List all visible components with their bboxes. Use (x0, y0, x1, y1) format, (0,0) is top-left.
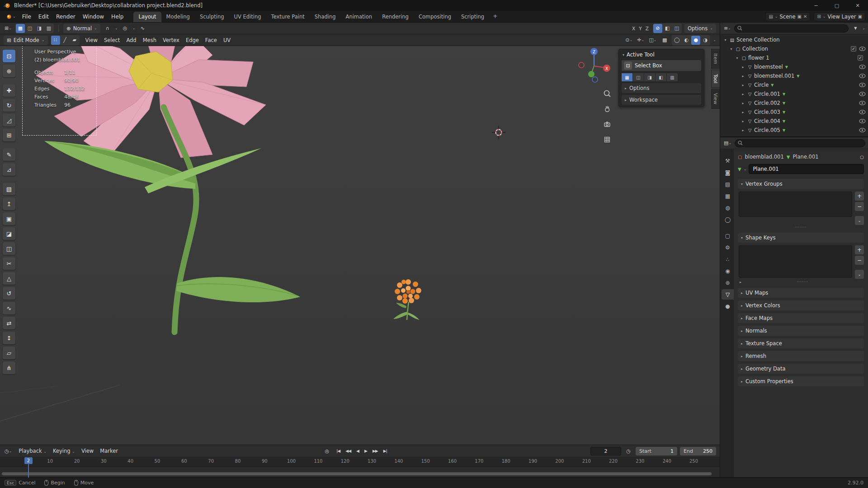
unlink-scene-icon[interactable]: ✕ (803, 14, 807, 19)
playback-button[interactable]: ▶| (381, 448, 389, 454)
remove-vertex-group-button[interactable]: − (855, 202, 864, 211)
tool-panel-section-header[interactable]: ▸ Workspace (622, 95, 701, 105)
outliner-row[interactable]: ▸ ▽ bloemsteel.001 ▼ ✓ (720, 71, 868, 80)
eye-icon[interactable] (859, 101, 866, 105)
timeline-menu-item[interactable]: Keying ⌄ (50, 447, 78, 455)
tool-button[interactable]: ▱ (3, 347, 15, 359)
select-box-mode-button[interactable]: ▦ (622, 73, 632, 81)
checkbox-icon[interactable]: ✓ (858, 55, 863, 61)
expand-icon[interactable]: ▸ (740, 65, 746, 69)
collapsed-panel-header[interactable]: ▸ Custom Properties (738, 376, 864, 386)
add-shape-key-button[interactable]: + (855, 245, 864, 254)
maximize-button[interactable]: ▢ (826, 0, 847, 11)
proportional-editing-toggle[interactable]: ◎ (121, 24, 130, 33)
xray-toggle[interactable]: ▩ (660, 36, 669, 45)
properties-tab[interactable]: ◉ (722, 266, 734, 276)
shape-key-specials-button[interactable]: ⌄ (855, 270, 864, 279)
playback-button[interactable]: |◀ (334, 448, 342, 454)
outliner-search[interactable] (734, 24, 849, 33)
properties-tab[interactable]: ⚙ (722, 242, 734, 253)
shading-mode-button[interactable]: ● (691, 36, 700, 45)
shading-dropdown[interactable]: ⌄ (713, 38, 716, 42)
tool-button[interactable]: ⇄ (3, 317, 15, 329)
workspace-tab[interactable]: Layout (133, 12, 161, 22)
tool-button[interactable]: ◪ (3, 227, 15, 240)
eye-icon[interactable] (859, 110, 866, 114)
visibility-dropdown[interactable]: ⊙⌄ (624, 36, 633, 45)
panel-grip[interactable]: ┄┄┄┄┄ (738, 225, 864, 230)
checkbox-icon[interactable]: ✓ (851, 46, 856, 52)
playback-button[interactable]: ▶ (362, 448, 369, 454)
collapsed-panel-header[interactable]: ▸ Face Maps (738, 313, 864, 323)
tool-button[interactable]: ⊞ (3, 129, 15, 141)
snap-option-toggle[interactable]: ⊘ (653, 24, 662, 33)
breadcrumb-data[interactable]: Plane.001 (793, 154, 818, 160)
3d-viewport[interactable]: User Perspective (2) bloemblad.001 Objec… (0, 46, 720, 445)
properties-search[interactable] (735, 139, 865, 147)
outliner-row[interactable]: ▾ ▤ Scene Collection ▼ ✓ (720, 35, 868, 44)
snap-option-toggle[interactable]: ◫ (672, 24, 681, 33)
use-preview-range-button[interactable]: ◷ (624, 446, 633, 455)
properties-tab[interactable]: ◯ (722, 214, 734, 225)
select-box-mode-button[interactable]: ◧ (656, 73, 666, 81)
expand-icon[interactable]: ▸ (740, 110, 746, 114)
select-mode-toggle[interactable]: ▦ (16, 24, 25, 33)
properties-tab[interactable]: ▤ (722, 179, 734, 189)
filter-icon[interactable]: ▼ (851, 24, 860, 33)
menu-item[interactable]: Window (79, 13, 108, 21)
shading-mode-button[interactable]: ◯ (672, 36, 681, 45)
breadcrumb-object[interactable]: bloemblad.001 (745, 154, 783, 160)
outliner-row[interactable]: ▸ ▽ Circle.005 ▼ ✓ (720, 126, 868, 135)
tool-button[interactable]: ✂ (3, 257, 15, 270)
expand-icon[interactable]: ▸ (740, 101, 746, 105)
properties-tab[interactable]: ▽ (722, 289, 734, 300)
snap-dropdown[interactable]: ⌄ (115, 26, 118, 30)
tool-button[interactable]: ∿ (3, 302, 15, 314)
viewport-menu-item[interactable]: Mesh (140, 36, 160, 44)
frame-end-field[interactable]: End 250 (680, 447, 716, 455)
zoom-button[interactable] (601, 88, 613, 99)
add-workspace-button[interactable]: + (489, 11, 501, 22)
gizmos-dropdown[interactable]: ✛⌄ (636, 36, 645, 45)
expand-icon[interactable]: ▾ (728, 47, 735, 51)
properties-tab[interactable]: ⊛ (722, 277, 734, 288)
expand-icon[interactable]: ▸ (740, 92, 746, 96)
collapsed-panel-header[interactable]: ▸ Texture Space (738, 338, 864, 348)
outliner-search-input[interactable] (744, 25, 845, 31)
remove-shape-key-button[interactable]: − (855, 256, 864, 265)
mirror-axis-toggle[interactable]: Z (644, 25, 650, 32)
pan-hand-button[interactable] (601, 103, 613, 115)
eye-icon[interactable] (859, 128, 866, 132)
properties-editor-type-button[interactable]: ▤ ⌄ (723, 139, 732, 148)
new-view-layer-icon[interactable]: ▣ (858, 14, 862, 19)
close-button[interactable]: ✕ (847, 0, 868, 11)
playback-button[interactable]: ▶▶ (370, 448, 380, 454)
timeline-menu-item[interactable]: Marker ⌄ (97, 447, 121, 455)
viewport-menu-item[interactable]: Vertex (160, 36, 183, 44)
select-mode-toggle[interactable]: ◫ (25, 24, 34, 33)
expand-icon[interactable]: ▸ (740, 83, 746, 87)
tool-button[interactable]: ↻ (3, 99, 15, 112)
outliner-row[interactable]: ▸ ▽ Circle.004 ▼ ✓ (720, 117, 868, 126)
filter-dropdown[interactable]: ⌄ (862, 26, 865, 30)
tool-button[interactable]: ↥ (3, 197, 15, 210)
collapsed-panel-header[interactable]: ▸ Remesh (738, 351, 864, 361)
outliner-row[interactable]: ▸ ▽ Circle ▼ ✓ (720, 80, 868, 89)
shape-keys-header[interactable]: ▾ Shape Keys (738, 233, 864, 243)
timeline-editor-type-button[interactable]: ◷ ⌄ (4, 446, 13, 455)
timeline-track-area[interactable]: 1020304050607080901001101201301401501601… (0, 457, 720, 477)
collapsed-panel-header[interactable]: ▸ Vertex Colors (738, 300, 864, 310)
viewport-menu-item[interactable]: Edge (183, 36, 202, 44)
editor-type-button[interactable]: ⊞ ⌄ (4, 24, 13, 33)
panel-grip[interactable]: ┄┄┄┄┄ (741, 280, 864, 284)
workspace-tab[interactable]: Shading (310, 12, 341, 22)
mesh-select-mode-button[interactable]: ╱ (61, 36, 70, 45)
tool-button[interactable]: ⋔ (3, 361, 15, 374)
properties-tab[interactable]: ◍ (722, 202, 734, 213)
workspace-tab[interactable]: Animation (341, 12, 377, 22)
mirror-axis-toggle[interactable]: X (631, 25, 637, 32)
outliner-editor-type-button[interactable]: ≡ ⌄ (723, 24, 732, 33)
timeline-menu-item[interactable]: Playback ⌄ (15, 447, 50, 455)
timeline-ruler[interactable]: 1020304050607080901001101201301401501601… (0, 457, 720, 467)
active-tool-header[interactable]: ▾ Active Tool (619, 49, 704, 60)
